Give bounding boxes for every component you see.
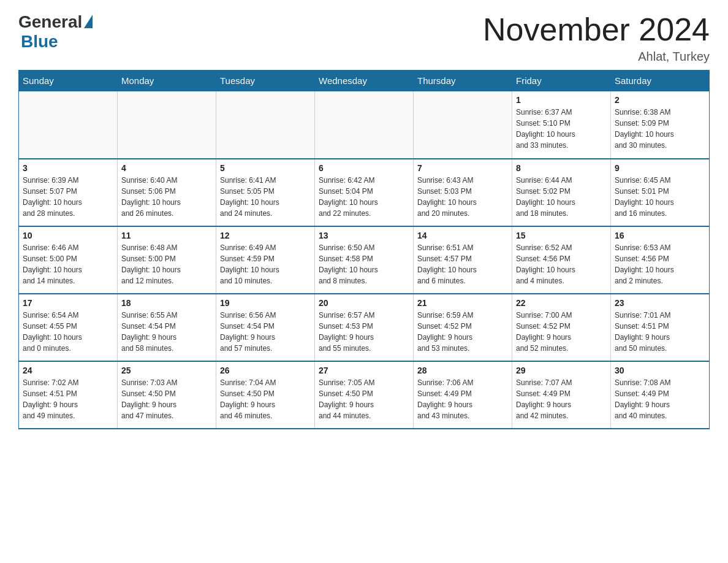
day-number: 26 (220, 366, 311, 375)
day-number: 10 (23, 231, 113, 240)
logo-general-text: General (18, 12, 82, 32)
calendar-header-row: SundayMondayTuesdayWednesdayThursdayFrid… (19, 71, 710, 91)
calendar-cell: 26Sunrise: 7:04 AM Sunset: 4:50 PM Dayli… (216, 361, 315, 429)
calendar-cell: 22Sunrise: 7:00 AM Sunset: 4:52 PM Dayli… (512, 294, 611, 361)
day-info: Sunrise: 6:49 AM Sunset: 4:59 PM Dayligh… (220, 242, 311, 286)
day-info: Sunrise: 6:41 AM Sunset: 5:05 PM Dayligh… (220, 175, 311, 219)
calendar-cell: 9Sunrise: 6:45 AM Sunset: 5:01 PM Daylig… (611, 159, 710, 226)
calendar-cell: 17Sunrise: 6:54 AM Sunset: 4:55 PM Dayli… (19, 294, 118, 361)
day-info: Sunrise: 7:07 AM Sunset: 4:49 PM Dayligh… (516, 377, 607, 421)
day-number: 29 (516, 366, 607, 375)
day-number: 4 (121, 163, 212, 173)
header: General Blue November 2024 Ahlat, Turkey (18, 12, 710, 64)
logo-text: General (18, 12, 93, 32)
day-info: Sunrise: 6:54 AM Sunset: 4:55 PM Dayligh… (23, 310, 113, 354)
calendar-cell: 4Sunrise: 6:40 AM Sunset: 5:06 PM Daylig… (118, 159, 216, 226)
calendar-cell: 15Sunrise: 6:52 AM Sunset: 4:56 PM Dayli… (512, 226, 611, 294)
day-number: 20 (319, 298, 409, 308)
day-info: Sunrise: 6:45 AM Sunset: 5:01 PM Dayligh… (615, 175, 705, 219)
calendar-cell: 3Sunrise: 6:39 AM Sunset: 5:07 PM Daylig… (19, 159, 118, 226)
day-info: Sunrise: 6:42 AM Sunset: 5:04 PM Dayligh… (319, 175, 409, 219)
day-info: Sunrise: 6:37 AM Sunset: 5:10 PM Dayligh… (516, 107, 607, 151)
calendar-cell: 14Sunrise: 6:51 AM Sunset: 4:57 PM Dayli… (414, 226, 512, 294)
calendar-cell: 24Sunrise: 7:02 AM Sunset: 4:51 PM Dayli… (19, 361, 118, 429)
day-number: 13 (319, 231, 409, 240)
day-number: 24 (23, 366, 113, 375)
day-number: 28 (417, 366, 508, 375)
day-header-friday: Friday (512, 71, 611, 91)
title-area: November 2024 Ahlat, Turkey (483, 12, 710, 64)
day-info: Sunrise: 7:02 AM Sunset: 4:51 PM Dayligh… (23, 377, 113, 421)
week-row-1: 1Sunrise: 6:37 AM Sunset: 5:10 PM Daylig… (19, 91, 710, 159)
day-info: Sunrise: 6:39 AM Sunset: 5:07 PM Dayligh… (23, 175, 113, 219)
day-number: 9 (615, 163, 705, 173)
week-row-5: 24Sunrise: 7:02 AM Sunset: 4:51 PM Dayli… (19, 361, 710, 429)
day-info: Sunrise: 7:03 AM Sunset: 4:50 PM Dayligh… (121, 377, 212, 421)
calendar-cell: 23Sunrise: 7:01 AM Sunset: 4:51 PM Dayli… (611, 294, 710, 361)
day-info: Sunrise: 6:50 AM Sunset: 4:58 PM Dayligh… (319, 242, 409, 286)
day-info: Sunrise: 6:38 AM Sunset: 5:09 PM Dayligh… (615, 107, 705, 151)
week-row-3: 10Sunrise: 6:46 AM Sunset: 5:00 PM Dayli… (19, 226, 710, 294)
calendar-cell: 18Sunrise: 6:55 AM Sunset: 4:54 PM Dayli… (118, 294, 216, 361)
calendar-cell (19, 91, 118, 159)
calendar-cell: 25Sunrise: 7:03 AM Sunset: 4:50 PM Dayli… (118, 361, 216, 429)
day-number: 7 (417, 163, 508, 173)
day-number: 22 (516, 298, 607, 308)
calendar-cell (216, 91, 315, 159)
day-number: 19 (220, 298, 311, 308)
week-row-4: 17Sunrise: 6:54 AM Sunset: 4:55 PM Dayli… (19, 294, 710, 361)
day-number: 25 (121, 366, 212, 375)
calendar-cell (315, 91, 414, 159)
subtitle: Ahlat, Turkey (483, 50, 710, 64)
main-title: November 2024 (483, 12, 710, 47)
day-info: Sunrise: 6:59 AM Sunset: 4:52 PM Dayligh… (417, 310, 508, 354)
calendar-cell: 27Sunrise: 7:05 AM Sunset: 4:50 PM Dayli… (315, 361, 414, 429)
day-number: 11 (121, 231, 212, 240)
calendar-cell: 5Sunrise: 6:41 AM Sunset: 5:05 PM Daylig… (216, 159, 315, 226)
day-info: Sunrise: 6:55 AM Sunset: 4:54 PM Dayligh… (121, 310, 212, 354)
logo: General Blue (18, 12, 93, 52)
calendar-cell: 2Sunrise: 6:38 AM Sunset: 5:09 PM Daylig… (611, 91, 710, 159)
day-number: 23 (615, 298, 705, 308)
day-info: Sunrise: 6:52 AM Sunset: 4:56 PM Dayligh… (516, 242, 607, 286)
calendar-cell: 6Sunrise: 6:42 AM Sunset: 5:04 PM Daylig… (315, 159, 414, 226)
day-number: 8 (516, 163, 607, 173)
day-info: Sunrise: 6:46 AM Sunset: 5:00 PM Dayligh… (23, 242, 113, 286)
day-header-tuesday: Tuesday (216, 71, 315, 91)
calendar-cell (118, 91, 216, 159)
day-info: Sunrise: 6:40 AM Sunset: 5:06 PM Dayligh… (121, 175, 212, 219)
calendar-cell: 21Sunrise: 6:59 AM Sunset: 4:52 PM Dayli… (414, 294, 512, 361)
calendar-cell: 13Sunrise: 6:50 AM Sunset: 4:58 PM Dayli… (315, 226, 414, 294)
day-info: Sunrise: 6:53 AM Sunset: 4:56 PM Dayligh… (615, 242, 705, 286)
day-info: Sunrise: 6:43 AM Sunset: 5:03 PM Dayligh… (417, 175, 508, 219)
logo-blue-text: Blue (21, 32, 58, 52)
day-number: 2 (615, 95, 705, 105)
calendar-cell: 19Sunrise: 6:56 AM Sunset: 4:54 PM Dayli… (216, 294, 315, 361)
calendar-cell: 29Sunrise: 7:07 AM Sunset: 4:49 PM Dayli… (512, 361, 611, 429)
day-info: Sunrise: 7:04 AM Sunset: 4:50 PM Dayligh… (220, 377, 311, 421)
day-number: 21 (417, 298, 508, 308)
day-number: 15 (516, 231, 607, 240)
calendar-cell: 30Sunrise: 7:08 AM Sunset: 4:49 PM Dayli… (611, 361, 710, 429)
day-info: Sunrise: 7:00 AM Sunset: 4:52 PM Dayligh… (516, 310, 607, 354)
calendar-cell: 28Sunrise: 7:06 AM Sunset: 4:49 PM Dayli… (414, 361, 512, 429)
day-number: 12 (220, 231, 311, 240)
day-info: Sunrise: 7:01 AM Sunset: 4:51 PM Dayligh… (615, 310, 705, 354)
day-number: 17 (23, 298, 113, 308)
calendar-cell: 7Sunrise: 6:43 AM Sunset: 5:03 PM Daylig… (414, 159, 512, 226)
day-info: Sunrise: 7:08 AM Sunset: 4:49 PM Dayligh… (615, 377, 705, 421)
day-header-monday: Monday (118, 71, 216, 91)
day-header-wednesday: Wednesday (315, 71, 414, 91)
day-number: 5 (220, 163, 311, 173)
calendar-cell: 1Sunrise: 6:37 AM Sunset: 5:10 PM Daylig… (512, 91, 611, 159)
day-info: Sunrise: 7:06 AM Sunset: 4:49 PM Dayligh… (417, 377, 508, 421)
day-info: Sunrise: 6:48 AM Sunset: 5:00 PM Dayligh… (121, 242, 212, 286)
calendar-cell (414, 91, 512, 159)
calendar-table: SundayMondayTuesdayWednesdayThursdayFrid… (18, 70, 710, 429)
calendar-cell: 12Sunrise: 6:49 AM Sunset: 4:59 PM Dayli… (216, 226, 315, 294)
day-header-sunday: Sunday (19, 71, 118, 91)
day-info: Sunrise: 7:05 AM Sunset: 4:50 PM Dayligh… (319, 377, 409, 421)
day-info: Sunrise: 6:44 AM Sunset: 5:02 PM Dayligh… (516, 175, 607, 219)
day-header-saturday: Saturday (611, 71, 710, 91)
day-info: Sunrise: 6:56 AM Sunset: 4:54 PM Dayligh… (220, 310, 311, 354)
